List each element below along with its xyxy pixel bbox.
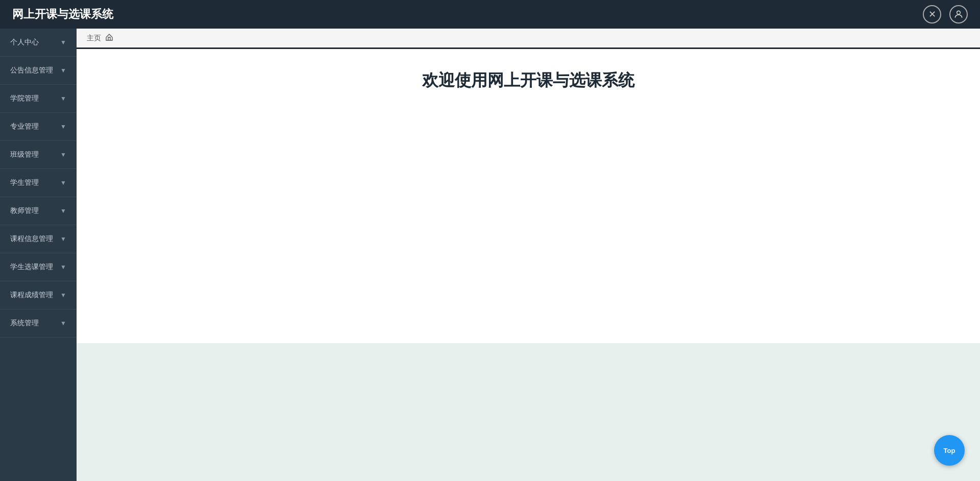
layout: 个人中心 ▼ 公告信息管理 ▼ 学院管理 ▼ 专业管理 ▼ 班级管理 ▼ 学生管…: [0, 29, 980, 481]
sidebar-item-class-management[interactable]: 班级管理 ▼: [0, 141, 77, 169]
sidebar: 个人中心 ▼ 公告信息管理 ▼ 学院管理 ▼ 专业管理 ▼ 班级管理 ▼ 学生管…: [0, 29, 77, 481]
chevron-down-icon: ▼: [60, 235, 66, 243]
chevron-down-icon: ▼: [60, 123, 66, 130]
sidebar-item-label: 系统管理: [10, 319, 39, 328]
sidebar-item-label: 公告信息管理: [10, 66, 53, 75]
sidebar-item-label: 专业管理: [10, 122, 39, 131]
sidebar-item-announcement-management[interactable]: 公告信息管理 ▼: [0, 57, 77, 85]
sidebar-item-label: 课程信息管理: [10, 234, 53, 244]
sidebar-item-label: 班级管理: [10, 150, 39, 159]
app-title: 网上开课与选课系统: [12, 7, 113, 22]
header-actions: ✕: [923, 5, 968, 23]
user-button[interactable]: [949, 5, 968, 23]
top-button[interactable]: Top: [934, 435, 965, 466]
close-icon: ✕: [928, 9, 936, 20]
chevron-down-icon: ▼: [60, 151, 66, 158]
user-icon: [953, 9, 964, 19]
sidebar-item-label: 学生管理: [10, 178, 39, 187]
sidebar-item-student-course-selection[interactable]: 学生选课管理 ▼: [0, 253, 77, 281]
sidebar-item-college-management[interactable]: 学院管理 ▼: [0, 85, 77, 113]
sidebar-item-major-management[interactable]: 专业管理 ▼: [0, 113, 77, 141]
sidebar-item-grade-management[interactable]: 课程成绩管理 ▼: [0, 281, 77, 309]
sidebar-item-personal-center[interactable]: 个人中心 ▼: [0, 29, 77, 57]
sidebar-item-label: 学院管理: [10, 94, 39, 103]
svg-point-0: [957, 11, 961, 14]
chevron-down-icon: ▼: [60, 263, 66, 271]
sidebar-item-course-management[interactable]: 课程信息管理 ▼: [0, 225, 77, 253]
sidebar-item-teacher-management[interactable]: 教师管理 ▼: [0, 197, 77, 225]
sidebar-item-student-management[interactable]: 学生管理 ▼: [0, 169, 77, 197]
header: 网上开课与选课系统 ✕: [0, 0, 980, 29]
chevron-down-icon: ▼: [60, 207, 66, 214]
sidebar-item-label: 课程成绩管理: [10, 291, 53, 300]
breadcrumb-home-label: 主页: [87, 34, 101, 43]
breadcrumb: 主页: [77, 29, 980, 49]
welcome-title: 欢迎使用网上开课与选课系统: [87, 69, 970, 92]
chevron-down-icon: ▼: [60, 320, 66, 327]
footer: [77, 343, 980, 481]
sidebar-item-label: 个人中心: [10, 38, 39, 47]
chevron-down-icon: ▼: [60, 39, 66, 46]
home-icon: [105, 33, 113, 43]
close-button[interactable]: ✕: [923, 5, 941, 23]
main-content: 主页 欢迎使用网上开课与选课系统: [77, 29, 980, 481]
sidebar-item-label: 学生选课管理: [10, 262, 53, 272]
chevron-down-icon: ▼: [60, 67, 66, 74]
chevron-down-icon: ▼: [60, 95, 66, 102]
chevron-down-icon: ▼: [60, 179, 66, 186]
chevron-down-icon: ▼: [60, 292, 66, 299]
sidebar-item-system-management[interactable]: 系统管理 ▼: [0, 309, 77, 338]
page-body: 欢迎使用网上开课与选课系统: [77, 49, 980, 343]
welcome-section: 欢迎使用网上开课与选课系统: [77, 49, 980, 112]
sidebar-item-label: 教师管理: [10, 206, 39, 215]
